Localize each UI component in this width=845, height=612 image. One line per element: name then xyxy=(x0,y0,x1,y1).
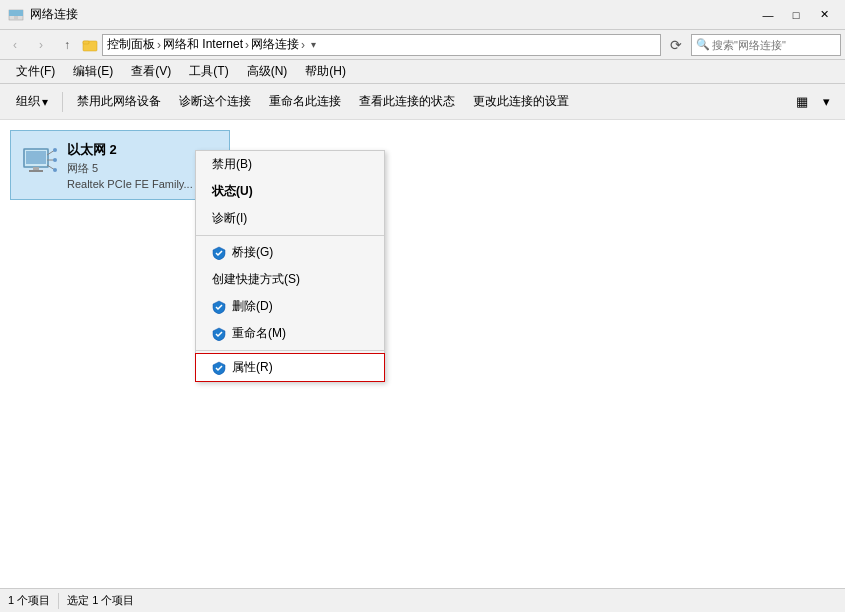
network-adapter-icon xyxy=(19,145,59,185)
ctx-shortcut-label: 创建快捷方式(S) xyxy=(212,271,300,288)
search-box[interactable]: 🔍 xyxy=(691,34,841,56)
main-content: 以太网 2 网络 5 Realtek PCIe FE Family... 禁用(… xyxy=(0,120,845,588)
organize-button[interactable]: 组织 ▾ xyxy=(8,89,56,114)
title-bar: 网络连接 — □ ✕ xyxy=(0,0,845,30)
ctx-diagnose[interactable]: 诊断(I) xyxy=(196,205,384,232)
ctx-properties[interactable]: 属性(R) xyxy=(196,354,384,381)
shield-icon-properties xyxy=(212,361,226,375)
toolbar-rename-btn[interactable]: 重命名此连接 xyxy=(261,89,349,114)
minimize-button[interactable]: — xyxy=(755,5,781,25)
svg-rect-8 xyxy=(33,167,39,170)
network-info: 以太网 2 网络 5 Realtek PCIe FE Family... xyxy=(67,141,193,190)
organize-arrow: ▾ xyxy=(42,95,48,109)
menu-bar: 文件(F) 编辑(E) 查看(V) 工具(T) 高级(N) 帮助(H) xyxy=(0,60,845,84)
window-title: 网络连接 xyxy=(30,6,78,23)
maximize-button[interactable]: □ xyxy=(783,5,809,25)
network-name: 以太网 2 xyxy=(67,141,193,159)
forward-button[interactable]: › xyxy=(30,34,52,56)
status-selected: 选定 1 个项目 xyxy=(67,593,134,608)
search-icon: 🔍 xyxy=(696,38,710,51)
menu-advanced[interactable]: 高级(N) xyxy=(239,61,296,82)
toolbar-disable-btn[interactable]: 禁用此网络设备 xyxy=(69,89,169,114)
breadcrumb-2: 网络和 Internet xyxy=(163,36,243,53)
svg-rect-2 xyxy=(14,16,18,20)
ctx-status-label: 状态(U) xyxy=(212,183,253,200)
address-bar: ‹ › ↑ 控制面板 › 网络和 Internet › 网络连接 › ▾ ⟳ 🔍 xyxy=(0,30,845,60)
svg-point-11 xyxy=(53,148,57,152)
context-menu: 禁用(B) 状态(U) 诊断(I) 桥接(G) 创建快捷方式(S) xyxy=(195,150,385,382)
ctx-diagnose-label: 诊断(I) xyxy=(212,210,247,227)
window-icon xyxy=(8,7,24,23)
ctx-shortcut[interactable]: 创建快捷方式(S) xyxy=(196,266,384,293)
ctx-rename-label: 重命名(M) xyxy=(232,325,286,342)
shield-icon-delete xyxy=(212,300,226,314)
ctx-sep-1 xyxy=(196,235,384,236)
ctx-delete[interactable]: 删除(D) xyxy=(196,293,384,320)
ctx-sep-2 xyxy=(196,350,384,351)
svg-point-13 xyxy=(53,158,57,162)
ctx-bridge-label: 桥接(G) xyxy=(232,244,273,261)
svg-rect-1 xyxy=(9,10,23,16)
menu-view[interactable]: 查看(V) xyxy=(123,61,179,82)
ctx-status[interactable]: 状态(U) xyxy=(196,178,384,205)
menu-file[interactable]: 文件(F) xyxy=(8,61,63,82)
status-bar: 1 个项目 选定 1 个项目 xyxy=(0,588,845,612)
folder-icon xyxy=(82,37,98,53)
svg-rect-4 xyxy=(83,41,89,44)
toolbar-diagnose-btn[interactable]: 诊断这个连接 xyxy=(171,89,259,114)
shield-icon-bridge xyxy=(212,246,226,260)
breadcrumb-3: 网络连接 xyxy=(251,36,299,53)
menu-tools[interactable]: 工具(T) xyxy=(181,61,236,82)
toolbar-separator-1 xyxy=(62,92,63,112)
status-separator xyxy=(58,593,59,609)
ctx-disable[interactable]: 禁用(B) xyxy=(196,151,384,178)
svg-rect-9 xyxy=(29,170,43,172)
breadcrumb-1: 控制面板 xyxy=(107,36,155,53)
organize-label: 组织 xyxy=(16,93,40,110)
svg-point-15 xyxy=(53,168,57,172)
ctx-properties-label: 属性(R) xyxy=(232,359,273,376)
status-count: 1 个项目 xyxy=(8,593,50,608)
ctx-disable-label: 禁用(B) xyxy=(212,156,252,173)
svg-rect-7 xyxy=(26,151,46,164)
search-input[interactable] xyxy=(712,39,845,51)
view-button[interactable]: ▦ xyxy=(791,91,813,113)
toolbar-status-btn[interactable]: 查看此连接的状态 xyxy=(351,89,463,114)
ctx-bridge[interactable]: 桥接(G) xyxy=(196,239,384,266)
network-status: 网络 5 xyxy=(67,161,193,176)
ctx-rename[interactable]: 重命名(M) xyxy=(196,320,384,347)
toolbar: 组织 ▾ 禁用此网络设备 诊断这个连接 重命名此连接 查看此连接的状态 更改此连… xyxy=(0,84,845,120)
up-button[interactable]: ↑ xyxy=(56,34,78,56)
address-path[interactable]: 控制面板 › 网络和 Internet › 网络连接 › ▾ xyxy=(102,34,661,56)
menu-edit[interactable]: 编辑(E) xyxy=(65,61,121,82)
title-bar-controls: — □ ✕ xyxy=(755,5,837,25)
shield-icon-rename xyxy=(212,327,226,341)
close-button[interactable]: ✕ xyxy=(811,5,837,25)
back-button[interactable]: ‹ xyxy=(4,34,26,56)
menu-help[interactable]: 帮助(H) xyxy=(297,61,354,82)
network-adapter: Realtek PCIe FE Family... xyxy=(67,178,193,190)
toolbar-settings-btn[interactable]: 更改此连接的设置 xyxy=(465,89,577,114)
title-bar-left: 网络连接 xyxy=(8,6,78,23)
view-arrow-button[interactable]: ▾ xyxy=(815,91,837,113)
refresh-button[interactable]: ⟳ xyxy=(665,34,687,56)
toolbar-right: ▦ ▾ xyxy=(791,91,837,113)
ctx-delete-label: 删除(D) xyxy=(232,298,273,315)
